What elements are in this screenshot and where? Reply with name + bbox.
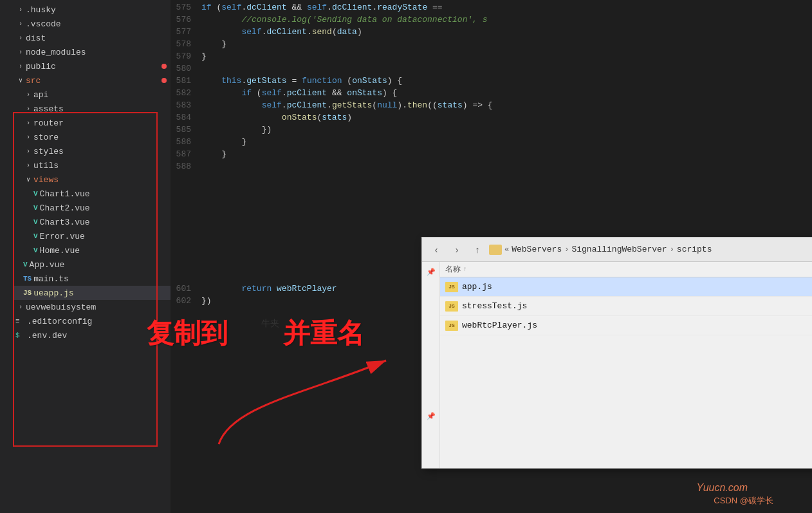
sidebar-item-label: styles bbox=[33, 147, 64, 156]
code-line: 575 if (self.dcClient && self.dcClient.r… bbox=[171, 1, 812, 14]
sidebar-item-editorconfig[interactable]: ≡ .editorconfig bbox=[13, 314, 171, 328]
sidebar-item-router[interactable]: › router bbox=[13, 116, 171, 130]
sidebar-item-chart1[interactable]: V Chart1.vue bbox=[13, 187, 171, 201]
vue-prefix: V bbox=[33, 218, 38, 226]
sidebar-item-views[interactable]: ∨ views bbox=[13, 173, 171, 187]
sidebar-item-chart2[interactable]: V Chart2.vue bbox=[13, 201, 171, 215]
watermark-csdn: CSDN @碳学长 bbox=[714, 495, 773, 507]
sidebar-item-label: .env.dev bbox=[27, 331, 67, 340]
code-line: 578 } bbox=[171, 38, 812, 50]
vue-prefix: V bbox=[33, 247, 38, 254]
sidebar-item-vscode[interactable]: › .vscode bbox=[13, 17, 171, 31]
js-file-icon: JS bbox=[445, 282, 458, 292]
line-number: 602 bbox=[171, 296, 201, 306]
sidebar-item-label: App.vue bbox=[30, 260, 65, 270]
fe-table-header: 名称 ↑ 修改日期 bbox=[440, 262, 812, 277]
sidebar-item-label: dist bbox=[26, 33, 46, 43]
sidebar-item-styles[interactable]: › styles bbox=[13, 144, 171, 158]
breadcrumb-arrow: › bbox=[564, 245, 569, 254]
breadcrumb-webservers[interactable]: WebServers bbox=[512, 245, 562, 254]
breadcrumb-scripts[interactable]: scripts bbox=[677, 245, 712, 254]
chevron-icon: › bbox=[15, 5, 26, 15]
fe-file-row-webrtcplayerjs[interactable]: JS webRtcPlayer.js 2023/2/ bbox=[440, 316, 812, 335]
line-content: }) bbox=[201, 296, 212, 306]
file-explorer: ‹ › ↑ « WebServers › SignallingWebServer… bbox=[421, 237, 812, 469]
fe-file-name: app.js bbox=[462, 282, 812, 292]
line-content: } bbox=[201, 51, 207, 61]
fe-col-name-header: 名称 ↑ bbox=[445, 264, 812, 275]
sidebar-item-env-dev[interactable]: $ .env.dev bbox=[13, 328, 171, 342]
sidebar-item-utils[interactable]: › utils bbox=[13, 158, 171, 173]
fe-file-row-stresstestjs[interactable]: JS stressTest.js 2023/2/ bbox=[440, 297, 812, 316]
chevron-icon: › bbox=[15, 47, 26, 57]
code-line: 584 onStats(stats) bbox=[171, 111, 812, 124]
sidebar-item-error-vue[interactable]: V Error.vue bbox=[13, 229, 171, 243]
sidebar-item-label: views bbox=[33, 175, 59, 185]
vue-prefix: V bbox=[23, 261, 28, 268]
fe-toolbar: ‹ › ↑ « WebServers › SignallingWebServer… bbox=[422, 238, 812, 262]
sidebar-item-uevwebuisystem[interactable]: › uevwebuisystem bbox=[13, 300, 171, 314]
sidebar-item-dist[interactable]: › dist bbox=[13, 31, 171, 45]
code-line bbox=[171, 221, 812, 234]
line-number: 588 bbox=[171, 162, 201, 171]
sidebar-item-label: .vscode bbox=[26, 19, 61, 29]
sidebar-item-public[interactable]: › public bbox=[13, 59, 171, 73]
code-line: 587 } bbox=[171, 148, 812, 160]
line-content: self.dcClient.send(data) bbox=[201, 27, 362, 37]
line-content: } bbox=[201, 39, 226, 49]
code-editor: 575 if (self.dcClient && self.dcClient.r… bbox=[171, 0, 812, 513]
fe-nav-pin-btn2[interactable]: 📌 bbox=[424, 409, 438, 423]
sidebar-item-label: src bbox=[26, 76, 41, 86]
vue-prefix: V bbox=[33, 190, 38, 198]
sidebar-item-api[interactable]: › api bbox=[13, 88, 171, 102]
js-file-icon: JS bbox=[445, 301, 458, 312]
line-content: }) bbox=[201, 125, 272, 135]
sidebar-item-home-vue[interactable]: V Home.vue bbox=[13, 243, 171, 257]
sidebar-item-label: main.ts bbox=[33, 274, 69, 284]
code-line bbox=[171, 185, 812, 197]
vue-prefix: V bbox=[33, 204, 38, 212]
modified-dot bbox=[161, 78, 167, 83]
fe-file-name: webRtcPlayer.js bbox=[462, 321, 812, 330]
fe-file-list-container: 名称 ↑ 修改日期 JS app.js 2023/2/ bbox=[440, 262, 812, 468]
chevron-icon: › bbox=[23, 132, 33, 142]
fe-back-button[interactable]: ‹ bbox=[427, 242, 445, 257]
fe-nav-pin-btn[interactable]: 📌 bbox=[424, 265, 438, 279]
code-line: 577 self.dcClient.send(data) bbox=[171, 26, 812, 38]
sidebar-item-label: public bbox=[26, 62, 56, 71]
sidebar-item-main-ts[interactable]: TS main.ts bbox=[13, 272, 171, 286]
modified-dot bbox=[161, 64, 167, 69]
code-line: 581 this.getStats = function (onStats) { bbox=[171, 75, 812, 87]
code-line: 576 //console.log('Sending data on datac… bbox=[171, 14, 812, 26]
chevron-icon: ∨ bbox=[15, 75, 26, 86]
sidebar-item-label: .husky bbox=[26, 5, 56, 15]
chevron-icon: › bbox=[23, 118, 33, 128]
sidebar-item-assets[interactable]: › assets bbox=[13, 102, 171, 116]
fe-file-row-appjs[interactable]: JS app.js 2023/2/ bbox=[440, 277, 812, 297]
breadcrumb-signalling[interactable]: SignallingWebServer bbox=[571, 245, 667, 254]
line-number: 575 bbox=[171, 3, 201, 12]
vue-prefix: V bbox=[33, 232, 38, 240]
code-line: 582 if (self.pcClient && onStats) { bbox=[171, 87, 812, 99]
sidebar-item-store[interactable]: › store bbox=[13, 130, 171, 144]
chevron-icon: › bbox=[23, 89, 33, 100]
code-line: 588 bbox=[171, 160, 812, 173]
sidebar-item-src[interactable]: ∨ src bbox=[13, 73, 171, 88]
line-number: 578 bbox=[171, 39, 201, 49]
line-content: if (self.pcClient && onStats) { bbox=[201, 88, 397, 98]
sidebar-item-ueapp-js[interactable]: JS ueapp.js bbox=[13, 286, 171, 300]
code-line: 586 } bbox=[171, 136, 812, 148]
sidebar-item-app-vue[interactable]: V App.vue bbox=[13, 257, 171, 272]
fe-forward-button[interactable]: › bbox=[448, 242, 466, 257]
sidebar-item-husky[interactable]: › .husky bbox=[13, 3, 171, 17]
sidebar-item-node-modules[interactable]: › node_modules bbox=[13, 45, 171, 59]
code-line bbox=[171, 209, 812, 221]
sidebar-item-label: .editorconfig bbox=[27, 317, 92, 326]
line-number: 576 bbox=[171, 15, 201, 24]
sidebar: › .husky › .vscode › dist › node_modules… bbox=[0, 0, 171, 513]
sidebar-item-label: utils bbox=[33, 161, 59, 171]
fe-up-button[interactable]: ↑ bbox=[468, 242, 486, 257]
file-tree: › .husky › .vscode › dist › node_modules… bbox=[13, 0, 171, 342]
chevron-icon: › bbox=[23, 146, 33, 156]
sidebar-item-chart3[interactable]: V Chart3.vue bbox=[13, 215, 171, 229]
